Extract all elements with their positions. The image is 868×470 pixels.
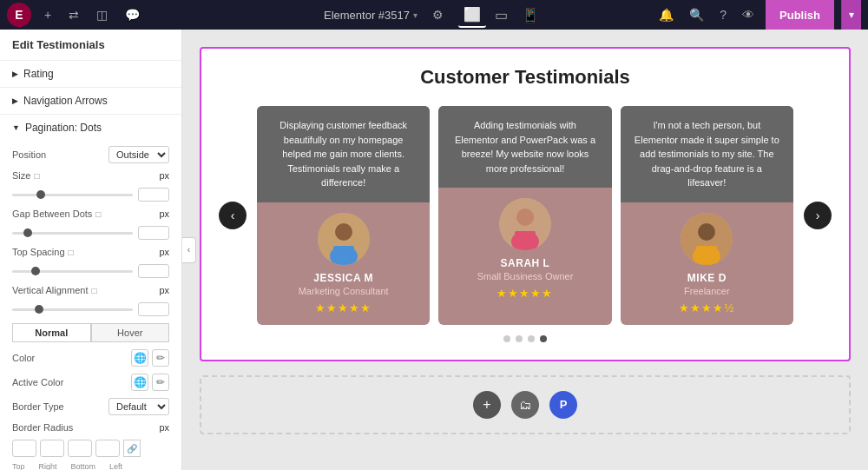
add-template-button[interactable]: 🗂: [511, 391, 539, 419]
svg-point-1: [335, 223, 352, 241]
size-row: Size □ px 11: [12, 170, 169, 202]
br-top-label: Top: [12, 462, 25, 470]
navigation-arrows-section: Navigation Arrows: [0, 88, 181, 115]
carousel-next-button[interactable]: ›: [804, 202, 832, 229]
border-radius-link-button[interactable]: 🔗: [123, 440, 141, 457]
gap-row: Gap Between Dots □ px 2: [12, 209, 169, 240]
add-section-button[interactable]: +: [473, 391, 501, 419]
svg-point-5: [516, 209, 534, 226]
top-spacing-input[interactable]: 5: [138, 264, 169, 278]
svg-rect-11: [696, 246, 717, 258]
br-left-label: Left: [109, 462, 122, 470]
powerpack-button[interactable]: P: [549, 391, 577, 419]
history-button[interactable]: ⇄: [64, 6, 83, 23]
pagination-collapse-icon: [12, 123, 20, 132]
card-body: JESSICA M Marketing Consultant ★★★★★: [257, 202, 430, 325]
position-row: Position Outside Inside: [12, 146, 169, 163]
topbar-center: Elementor #3517 ▾ ⚙ ⬜ ▭ 📱: [324, 3, 544, 28]
tablet-view-button[interactable]: ▭: [490, 3, 513, 27]
border-radius-left[interactable]: [95, 440, 120, 457]
pagination-dots-section: Pagination: Dots Position Outside Inside…: [0, 115, 181, 470]
card-quote: I'm not a tech person, but Elementor mad…: [621, 106, 793, 202]
carousel-dot[interactable]: [528, 335, 535, 342]
color-global-button[interactable]: 🌐: [131, 349, 148, 367]
testimonial-card: Displaying customer feedback beautifully…: [257, 106, 430, 325]
top-spacing-responsive-icon: □: [69, 248, 74, 257]
card-body: MIKE D Freelancer ★★★★½: [621, 202, 793, 325]
card-role: Small Business Owner: [477, 271, 574, 281]
avatar: [318, 213, 370, 265]
layers-button[interactable]: ◫: [92, 6, 112, 23]
elementor-logo: E: [7, 3, 31, 27]
add-widget-button[interactable]: +: [40, 6, 56, 23]
position-select[interactable]: Outside Inside: [108, 146, 169, 163]
avatar: [681, 213, 733, 265]
carousel-prev-button[interactable]: ‹: [219, 202, 247, 229]
svg-rect-3: [333, 246, 354, 258]
gap-input[interactable]: 2: [138, 226, 169, 240]
active-color-picker-button[interactable]: ✏: [152, 374, 169, 391]
vertical-alignment-input[interactable]: 4: [138, 302, 169, 316]
stars: ★★★★½: [679, 301, 734, 314]
size-responsive-icon: □: [34, 171, 39, 181]
comments-button[interactable]: 💬: [121, 6, 144, 23]
carousel-dot[interactable]: [503, 335, 510, 342]
card-body: SARAH L Small Business Owner ★★★★★: [438, 188, 611, 310]
help-button[interactable]: ?: [715, 6, 731, 23]
br-right-label: Right: [39, 462, 57, 470]
stars: ★★★★★: [315, 301, 372, 314]
stars: ★★★★★: [496, 287, 553, 300]
topbar-right: 🔔 🔍 ? 👁 Publish ▾: [654, 0, 861, 30]
card-quote: Displaying customer feedback beautifully…: [257, 106, 430, 202]
avatar: [499, 198, 551, 250]
desktop-view-button[interactable]: ⬜: [458, 3, 486, 28]
search-button[interactable]: 🔍: [685, 6, 708, 23]
main-area: Edit Testimonials Rating Navigation Arro…: [0, 30, 868, 470]
bottom-add-section: + 🗂 P: [200, 375, 851, 434]
publish-button[interactable]: Publish: [766, 0, 834, 30]
carousel-dot-active[interactable]: [540, 335, 547, 342]
border-radius-bottom[interactable]: [68, 440, 92, 457]
topbar: E + ⇄ ◫ 💬 Elementor #3517 ▾ ⚙ ⬜ ▭ 📱 🔔 🔍 …: [0, 0, 868, 30]
normal-tab[interactable]: Normal: [12, 323, 91, 342]
border-radius-row: Border Radius px: [12, 422, 169, 433]
testimonials-title: Customer Testimonials: [219, 66, 832, 89]
preview-button[interactable]: 👁: [738, 6, 759, 23]
top-spacing-row: Top Spacing □ px 5: [12, 247, 169, 278]
document-title: Elementor #3517 ▾: [324, 9, 418, 22]
pagination-dots-section-header[interactable]: Pagination: Dots: [0, 115, 181, 141]
rating-section-header[interactable]: Rating: [0, 61, 181, 87]
border-radius-right[interactable]: [40, 440, 64, 457]
border-type-select[interactable]: Default Solid Dashed: [108, 398, 169, 415]
gap-slider[interactable]: [12, 232, 133, 235]
card-name: JESSICA M: [313, 272, 373, 284]
vertical-alignment-slider[interactable]: [12, 308, 133, 311]
sidebar: Edit Testimonials Rating Navigation Arro…: [0, 30, 182, 470]
active-color-global-button[interactable]: 🌐: [131, 374, 148, 391]
top-spacing-slider[interactable]: [12, 270, 133, 273]
mobile-view-button[interactable]: 📱: [516, 3, 544, 27]
topbar-left: E + ⇄ ◫ 💬: [7, 3, 144, 27]
testimonials-widget: Customer Testimonials ‹ Displaying custo…: [200, 47, 851, 361]
card-quote: Adding testimonials with Elementor and P…: [438, 106, 611, 188]
vertical-alignment-row: Vertical Alignment □ px 4: [12, 285, 169, 316]
sidebar-title: Edit Testimonials: [0, 30, 181, 61]
size-input[interactable]: 11: [138, 188, 169, 202]
carousel-dot[interactable]: [516, 335, 523, 342]
sidebar-collapse-button[interactable]: ‹: [182, 237, 196, 263]
card-role: Marketing Consultant: [299, 286, 389, 296]
notifications-button[interactable]: 🔔: [654, 6, 678, 23]
settings-button[interactable]: ⚙: [428, 6, 448, 23]
pagination-dots-content: Position Outside Inside Size □ px: [0, 141, 181, 470]
hover-tab[interactable]: Hover: [91, 323, 170, 342]
testimonial-card: Adding testimonials with Elementor and P…: [438, 106, 611, 325]
rating-section: Rating: [0, 61, 181, 88]
color-picker-button[interactable]: ✏: [152, 349, 169, 367]
color-row: Color 🌐 ✏: [12, 349, 169, 367]
size-slider[interactable]: [12, 194, 133, 196]
nav-arrows-section-header[interactable]: Navigation Arrows: [0, 88, 181, 114]
state-tabs: Normal Hover: [12, 323, 169, 342]
border-radius-top[interactable]: [12, 440, 36, 457]
rating-collapse-icon: [12, 70, 18, 78]
publish-dropdown-button[interactable]: ▾: [841, 0, 861, 30]
